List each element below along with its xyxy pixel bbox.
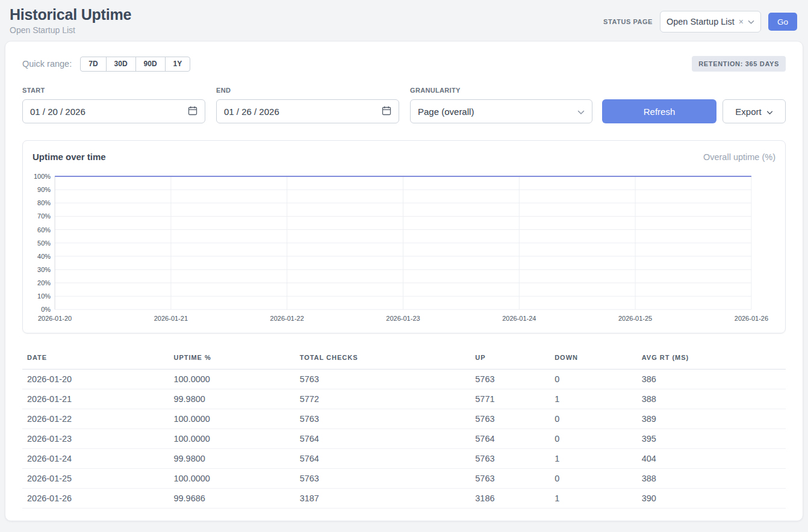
table-cell: 395: [637, 429, 786, 449]
filter-form-row: START 01 / 20 / 2026 END 01 / 26 / 2026 …: [22, 87, 786, 123]
status-page-select[interactable]: Open Startup List ×: [660, 11, 761, 32]
svg-text:2026-01-24: 2026-01-24: [502, 315, 536, 322]
svg-text:2026-01-20: 2026-01-20: [38, 315, 72, 322]
table-row: 2026-01-20100.0000576357630386: [22, 370, 786, 389]
table-row: 2026-01-23100.0000576457640395: [22, 429, 786, 449]
table-row: 2026-01-2199.9800577257711388: [22, 389, 786, 409]
go-button[interactable]: Go: [768, 13, 797, 31]
end-date-input[interactable]: 01 / 26 / 2026: [216, 99, 399, 123]
column-header: AVG RT (MS): [637, 349, 786, 370]
table-row: 2026-01-25100.0000576357630388: [22, 469, 786, 489]
quick-range-label: Quick range:: [22, 59, 72, 69]
column-header: TOTAL CHECKS: [295, 349, 471, 370]
svg-text:70%: 70%: [37, 212, 51, 220]
column-header: DOWN: [550, 349, 637, 370]
table-cell: 0: [550, 370, 637, 389]
table-cell: 1: [550, 389, 637, 409]
quick-range-row: Quick range: 7D30D90D1Y RETENTION: 365 D…: [22, 56, 786, 72]
table-row: 2026-01-2699.9686318731861390: [22, 489, 786, 509]
svg-text:10%: 10%: [37, 292, 51, 300]
calendar-icon[interactable]: [188, 106, 197, 117]
export-button-label: Export: [735, 107, 761, 117]
svg-text:60%: 60%: [37, 226, 51, 234]
svg-text:20%: 20%: [37, 279, 51, 286]
uptime-table-body: 2026-01-20100.00005763576303862026-01-21…: [22, 370, 786, 509]
table-header-row: DATEUPTIME %TOTAL CHECKSUPDOWNAVG RT (MS…: [22, 349, 786, 370]
status-page-label: STATUS PAGE: [603, 18, 653, 25]
table-cell: 2026-01-25: [22, 469, 169, 489]
svg-text:80%: 80%: [37, 199, 51, 206]
end-date-value: 01 / 26 / 2026: [224, 107, 279, 117]
status-page-select-value: Open Startup List: [667, 17, 735, 26]
granularity-label: GRANULARITY: [410, 87, 592, 94]
table-cell: 99.9686: [169, 489, 294, 509]
clear-selection-icon[interactable]: ×: [739, 17, 744, 26]
table-cell: 3187: [295, 489, 471, 509]
table-cell: 2026-01-26: [22, 489, 169, 509]
end-date-field: END 01 / 26 / 2026: [216, 87, 399, 123]
uptime-table: DATEUPTIME %TOTAL CHECKSUPDOWNAVG RT (MS…: [22, 349, 786, 509]
granularity-select[interactable]: Page (overall): [410, 99, 592, 123]
table-row: 2026-01-22100.0000576357630389: [22, 409, 786, 429]
table-cell: 100.0000: [169, 469, 294, 489]
chart-header: Uptime over time Overall uptime (%): [31, 149, 777, 170]
table-cell: 5764: [470, 429, 550, 449]
column-header: UPTIME %: [169, 349, 294, 370]
svg-text:2026-01-22: 2026-01-22: [270, 315, 304, 322]
table-cell: 388: [637, 469, 786, 489]
quick-range-90d-button[interactable]: 90D: [135, 57, 166, 72]
table-cell: 5772: [295, 389, 471, 409]
table-cell: 5763: [470, 449, 550, 469]
svg-text:30%: 30%: [37, 266, 51, 273]
topbar-controls: STATUS PAGE Open Startup List × Go: [603, 11, 797, 32]
table-cell: 5763: [470, 370, 550, 389]
table-cell: 5763: [295, 409, 471, 429]
table-cell: 5763: [470, 409, 550, 429]
page-subtitle: Open Startup List: [10, 25, 131, 35]
table-cell: 99.9800: [169, 449, 294, 469]
svg-text:0%: 0%: [41, 306, 51, 313]
column-header: DATE: [22, 349, 169, 370]
table-cell: 2026-01-21: [22, 389, 169, 409]
page-header: Historical Uptime Open Startup List STAT…: [0, 0, 808, 41]
table-cell: 2026-01-22: [22, 409, 169, 429]
table-cell: 1: [550, 449, 637, 469]
uptime-chart-card: Uptime over time Overall uptime (%) 0%10…: [22, 140, 786, 333]
table-cell: 5763: [295, 469, 471, 489]
table-cell: 100.0000: [169, 429, 294, 449]
calendar-icon[interactable]: [382, 106, 391, 117]
quick-range-7d-button[interactable]: 7D: [80, 57, 106, 72]
title-block: Historical Uptime Open Startup List: [10, 6, 131, 35]
svg-text:2026-01-21: 2026-01-21: [154, 315, 188, 322]
table-cell: 5763: [470, 469, 550, 489]
chevron-down-icon: [766, 107, 773, 117]
table-cell: 5764: [295, 429, 471, 449]
quick-range-1y-button[interactable]: 1Y: [165, 57, 191, 72]
table-cell: 1: [550, 489, 637, 509]
table-cell: 100.0000: [169, 370, 294, 389]
svg-text:2026-01-26: 2026-01-26: [735, 315, 768, 322]
table-cell: 2026-01-23: [22, 429, 169, 449]
table-cell: 390: [637, 489, 786, 509]
table-cell: 3186: [470, 489, 550, 509]
uptime-line-chart: 0%10%20%30%40%50%60%70%80%90%100%2026-01…: [31, 170, 777, 326]
table-cell: 5763: [295, 370, 471, 389]
table-row: 2026-01-2499.9800576457631404: [22, 449, 786, 469]
chart-legend: Overall uptime (%): [703, 152, 775, 162]
granularity-value: Page (overall): [418, 107, 474, 117]
table-cell: 2026-01-24: [22, 449, 169, 469]
uptime-table-head: DATEUPTIME %TOTAL CHECKSUPDOWNAVG RT (MS…: [22, 349, 786, 370]
quick-range-30d-button[interactable]: 30D: [106, 57, 136, 72]
table-cell: 100.0000: [169, 409, 294, 429]
page-title: Historical Uptime: [10, 6, 131, 23]
svg-text:100%: 100%: [34, 173, 51, 180]
quick-range-group: 7D30D90D1Y: [80, 57, 190, 72]
start-date-input[interactable]: 01 / 20 / 2026: [22, 99, 205, 123]
svg-text:2026-01-25: 2026-01-25: [618, 315, 652, 322]
start-date-label: START: [22, 87, 205, 94]
refresh-button[interactable]: Refresh: [602, 99, 716, 123]
table-cell: 386: [637, 370, 786, 389]
end-date-label: END: [216, 87, 399, 94]
export-button[interactable]: Export: [723, 99, 786, 123]
chevron-down-icon: [577, 107, 585, 117]
